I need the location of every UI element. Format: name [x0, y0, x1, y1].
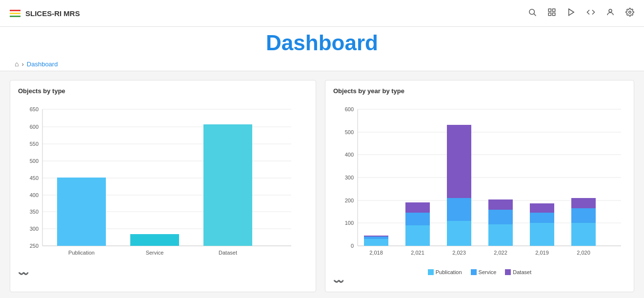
chart-left-area: 250 300 350 400 450 500 550 600 650 — [18, 99, 308, 267]
r-ylabel-500: 500 — [345, 129, 354, 135]
svg-rect-4 — [548, 13, 551, 15]
charts-container: Objects by type 250 300 350 400 450 — [0, 71, 644, 298]
bar-dataset — [203, 124, 252, 246]
bar-2018-svc — [364, 237, 388, 239]
xlabel-2019: 2,019 — [535, 250, 549, 256]
bar-2021-dat — [405, 202, 430, 213]
svg-line-1 — [534, 14, 536, 16]
barlabel-publication: Publication — [68, 250, 95, 256]
xlabel-2023: 2,023 — [452, 250, 466, 256]
chart-left-title: Objects by type — [18, 87, 308, 95]
svg-rect-2 — [548, 9, 551, 11]
bar-2020-svc — [571, 208, 596, 223]
chart-right-title: Objects by year by type — [333, 87, 626, 95]
user-icon[interactable] — [606, 8, 615, 19]
svg-point-7 — [609, 9, 612, 12]
svg-marker-6 — [569, 9, 574, 16]
barlabel-service: Service — [146, 250, 164, 256]
ylabel-500: 500 — [30, 158, 39, 164]
legend-item-publication: Publication — [428, 269, 462, 275]
bar-2020-pub — [571, 223, 596, 246]
settings-icon[interactable] — [625, 8, 634, 19]
bar-2022-pub — [488, 224, 513, 246]
bar-2022-dat — [488, 199, 513, 210]
header: SLICES-RI MRS — [0, 0, 644, 27]
ylabel-300: 300 — [30, 226, 39, 232]
xlabel-2021: 2,021 — [411, 250, 424, 256]
r-ylabel-200: 200 — [345, 198, 354, 203]
chart-objects-by-type: Objects by type 250 300 350 400 450 — [10, 80, 316, 292]
legend-dot-dataset — [505, 269, 511, 275]
xlabel-2018: 2,018 — [369, 250, 383, 256]
r-ylabel-0: 0 — [351, 243, 354, 249]
grid-icon[interactable] — [547, 8, 556, 19]
home-icon[interactable]: ⌂ — [15, 60, 19, 68]
r-ylabel-300: 300 — [345, 175, 354, 180]
chart-right-svg: 0 100 200 300 400 500 600 — [333, 99, 626, 265]
svg-point-8 — [629, 11, 631, 13]
legend-label-service: Service — [479, 269, 497, 275]
bar-2021-pub — [405, 225, 430, 246]
bar-2018-dat — [364, 236, 388, 237]
bar-2019-svc — [530, 213, 554, 223]
hamburger-menu-icon[interactable] — [10, 10, 20, 17]
breadcrumb: ⌂ › Dashboard — [0, 57, 644, 71]
chart-right-area: 0 100 200 300 400 500 600 — [333, 99, 626, 267]
r-ylabel-600: 600 — [345, 106, 354, 112]
bar-2019-dat — [530, 203, 554, 213]
play-icon[interactable] — [567, 8, 576, 19]
chart-right-legend: Publication Service Dataset — [333, 269, 626, 275]
ylabel-250: 250 — [30, 243, 39, 249]
bar-2022-svc — [488, 210, 513, 224]
svg-point-0 — [529, 9, 535, 15]
ylabel-650: 650 — [30, 106, 39, 112]
bar-2018-pub — [364, 239, 388, 246]
bar-2023-pub — [447, 221, 471, 246]
breadcrumb-current[interactable]: Dashboard — [27, 60, 58, 68]
page-title: Dashboard — [0, 31, 644, 55]
chart-left-svg: 250 300 350 400 450 500 550 600 650 — [18, 99, 301, 265]
bar-2023-svc — [447, 198, 471, 221]
site-title: SLICES-RI MRS — [25, 9, 80, 18]
bar-2021-svc — [405, 213, 430, 225]
wave-icon-left: 〰️ — [18, 268, 308, 279]
ylabel-350: 350 — [30, 209, 39, 215]
page-title-section: Dashboard — [0, 27, 644, 57]
wave-icon-right: 〰️ — [333, 276, 626, 287]
xlabel-2022: 2,022 — [494, 250, 507, 256]
bar-2019-pub — [530, 223, 554, 246]
legend-item-dataset: Dataset — [505, 269, 531, 275]
ylabel-550: 550 — [30, 141, 39, 147]
legend-dot-service — [471, 269, 477, 275]
ylabel-450: 450 — [30, 175, 39, 181]
breadcrumb-separator: › — [21, 60, 23, 68]
legend-dot-publication — [428, 269, 434, 275]
code-icon[interactable] — [586, 8, 595, 19]
svg-rect-5 — [553, 13, 555, 15]
r-ylabel-100: 100 — [345, 220, 354, 226]
legend-label-publication: Publication — [436, 269, 462, 275]
bar-2023-dat — [447, 125, 471, 198]
ylabel-400: 400 — [30, 192, 39, 198]
bar-publication — [57, 178, 106, 246]
bar-service — [130, 234, 179, 246]
barlabel-dataset: Dataset — [219, 250, 237, 256]
ylabel-600: 600 — [30, 124, 39, 130]
bar-2020-dat — [571, 198, 596, 208]
legend-label-dataset: Dataset — [513, 269, 531, 275]
header-left: SLICES-RI MRS — [10, 9, 80, 18]
legend-item-service: Service — [471, 269, 497, 275]
xlabel-2020: 2,020 — [577, 250, 590, 256]
header-right — [528, 8, 634, 19]
chart-objects-by-year: Objects by year by type 0 100 200 300 40… — [325, 80, 634, 292]
search-icon[interactable] — [528, 8, 537, 19]
r-ylabel-400: 400 — [345, 152, 354, 158]
svg-rect-3 — [553, 9, 555, 11]
